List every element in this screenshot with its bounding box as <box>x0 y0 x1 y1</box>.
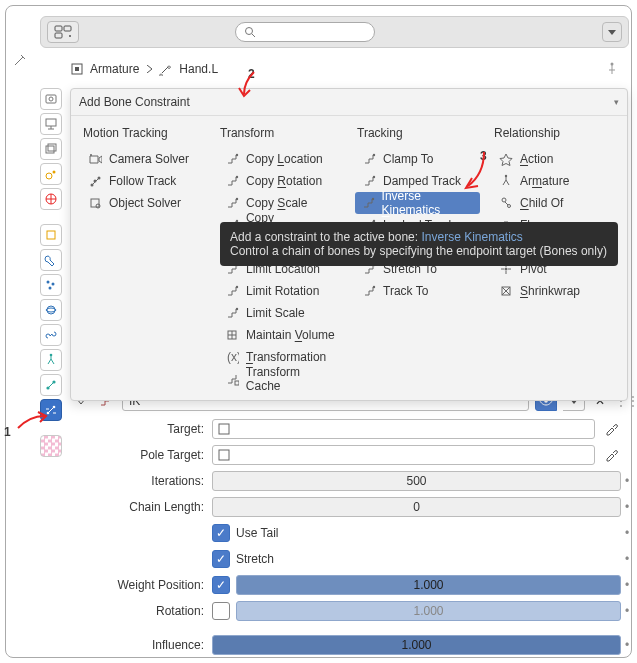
svg-rect-2 <box>55 33 62 38</box>
tab-particles[interactable] <box>40 274 62 296</box>
menu-item-camera-solver[interactable]: Camera Solver <box>81 148 206 170</box>
menu-item-label: Action <box>520 152 553 166</box>
pole-target-field[interactable] <box>212 445 595 465</box>
wpos-label: Weight Position: <box>76 578 212 592</box>
menu-item-armature[interactable]: Armature <box>492 170 617 192</box>
iterations-field[interactable]: 500 <box>212 471 621 491</box>
menu-item-label: Maintain Volume <box>246 328 335 342</box>
menu-item-copy-location[interactable]: Copy Location <box>218 148 343 170</box>
filter-search[interactable] <box>235 22 375 42</box>
svg-point-45 <box>236 308 238 310</box>
menu-item-transform-cache[interactable]: Transform Cache <box>218 368 343 390</box>
menu-item-label: Copy Scale <box>246 196 307 210</box>
svg-rect-1 <box>64 26 71 31</box>
constraint-type-icon <box>498 151 514 167</box>
wpos-enable-checkbox[interactable] <box>212 576 230 594</box>
editor-type-button[interactable] <box>47 21 79 43</box>
tab-physics[interactable] <box>40 299 62 321</box>
tab-output[interactable] <box>40 113 62 135</box>
svg-point-32 <box>90 154 92 156</box>
svg-point-3 <box>69 35 71 37</box>
menu-item-inverse-kinematics[interactable]: Inverse Kinematics <box>355 192 480 214</box>
svg-rect-48 <box>235 381 239 385</box>
constraint-type-icon <box>224 173 240 189</box>
row-stretch: Stretch • <box>76 548 629 570</box>
toolbar-column <box>10 52 32 74</box>
tool-icon[interactable] <box>10 52 28 70</box>
tab-render[interactable] <box>40 88 62 110</box>
chain-field[interactable]: 0 <box>212 497 621 517</box>
property-tabs <box>40 88 66 457</box>
pole-eyedropper[interactable] <box>601 448 621 462</box>
menu-item-label: Limit Scale <box>246 306 305 320</box>
tab-object[interactable] <box>40 224 62 246</box>
tab-modifiers[interactable] <box>40 249 62 271</box>
svg-point-57 <box>502 198 506 202</box>
menu-item-label: Transformation <box>246 350 326 364</box>
constraint-type-icon <box>87 151 103 167</box>
menu-item-label: Inverse Kinematics <box>382 189 474 217</box>
column-header: Motion Tracking <box>83 126 206 140</box>
menu-item-shrinkwrap[interactable]: Shrinkwrap <box>492 280 617 302</box>
target-eyedropper[interactable] <box>601 422 621 436</box>
menu-item-limit-rotation[interactable]: Limit Rotation <box>218 280 343 302</box>
anim-dot[interactable]: • <box>621 638 629 652</box>
svg-point-56 <box>505 175 507 177</box>
breadcrumb-root[interactable]: Armature <box>90 62 139 76</box>
svg-point-44 <box>236 286 238 288</box>
tab-bone[interactable] <box>40 374 62 396</box>
options-popover-button[interactable] <box>602 22 622 42</box>
anim-dot[interactable]: • <box>621 578 629 592</box>
svg-point-18 <box>47 281 50 284</box>
tab-world[interactable] <box>40 188 62 210</box>
menu-item-child-of[interactable]: Child Of <box>492 192 617 214</box>
menu-header[interactable]: Add Bone Constraint ▾ <box>71 89 627 116</box>
use-tail-checkbox[interactable] <box>212 524 230 542</box>
chevron-right-icon <box>145 65 153 73</box>
tab-armature[interactable] <box>40 349 62 371</box>
anim-dot[interactable]: • <box>621 604 629 618</box>
wpos-slider[interactable]: 1.000 <box>236 575 621 595</box>
pin-button[interactable] <box>605 62 619 76</box>
tab-texture[interactable] <box>40 435 62 457</box>
menu-item-label: Camera Solver <box>109 152 189 166</box>
menu-item-limit-scale[interactable]: Limit Scale <box>218 302 343 324</box>
breadcrumb-leaf[interactable]: Hand.L <box>179 62 218 76</box>
anim-dot[interactable]: • <box>621 474 629 488</box>
anim-dot[interactable]: • <box>621 500 629 514</box>
menu-item-object-solver[interactable]: Object Solver <box>81 192 206 214</box>
svg-point-19 <box>52 283 55 286</box>
rot-enable-checkbox[interactable] <box>212 602 230 620</box>
object-icon <box>217 448 231 462</box>
constraint-type-icon <box>361 173 377 189</box>
constraint-type-icon <box>224 371 240 387</box>
rot-slider[interactable]: 1.000 <box>236 601 621 621</box>
constraint-type-icon <box>224 283 240 299</box>
anim-dot[interactable]: • <box>621 552 629 566</box>
menu-item-copy-rotation[interactable]: Copy Rotation <box>218 170 343 192</box>
tab-viewlayer[interactable] <box>40 138 62 160</box>
row-target: Target: <box>76 418 629 440</box>
constraint-type-icon <box>224 327 240 343</box>
anim-dot[interactable]: • <box>621 526 629 540</box>
use-tail-label: Use Tail <box>236 526 278 540</box>
menu-item-follow-track[interactable]: Follow Track <box>81 170 206 192</box>
influence-slider[interactable]: 1.000 <box>212 635 621 655</box>
menu-item-maintain-volume[interactable]: Maintain Volume <box>218 324 343 346</box>
chevron-down-icon <box>608 30 616 35</box>
target-label: Target: <box>76 422 212 436</box>
tab-obj-constraints[interactable] <box>40 324 62 346</box>
menu-item-action[interactable]: Action <box>492 148 617 170</box>
target-field[interactable] <box>212 419 595 439</box>
svg-rect-17 <box>47 231 55 239</box>
svg-point-8 <box>611 63 614 66</box>
tooltip-line2: Control a chain of bones by specifying t… <box>230 244 608 258</box>
svg-line-5 <box>252 34 255 37</box>
annotation-2: 2 <box>248 60 255 83</box>
constraint-type-icon <box>361 151 377 167</box>
menu-item-track-to[interactable]: Track To <box>355 280 480 302</box>
pole-target-label: Pole Target: <box>76 448 212 462</box>
tab-scene[interactable] <box>40 163 62 185</box>
stretch-checkbox[interactable] <box>212 550 230 568</box>
row-weight-position: Weight Position: 1.000 • <box>76 574 629 596</box>
